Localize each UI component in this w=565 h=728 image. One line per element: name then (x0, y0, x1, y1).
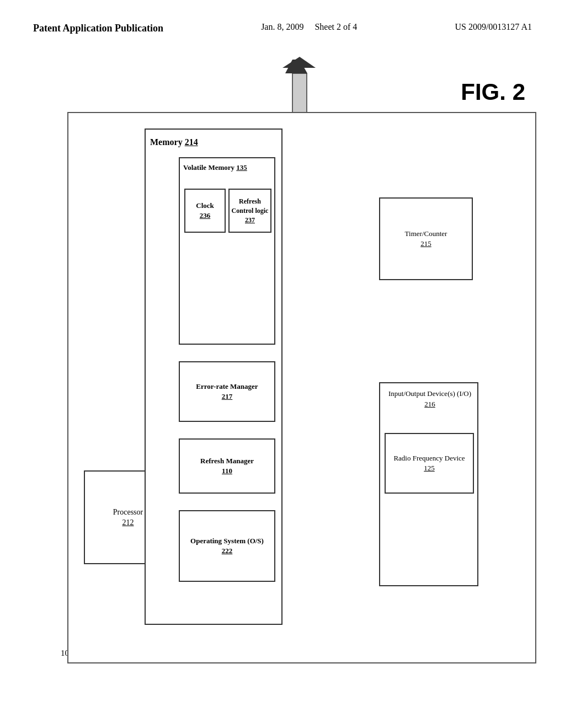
operating-system-box: Operating System (O/S) 222 (179, 510, 275, 582)
clock-label: Clock (196, 201, 214, 211)
error-rate-label: Error-rate Manager (196, 382, 258, 392)
header: Patent Application Publication Jan. 8, 2… (33, 22, 532, 40)
io-device-label: Input/Output Device(s) (I/O) (388, 389, 471, 398)
pub-date: Jan. 8, 2009 (261, 22, 303, 31)
header-center: Jan. 8, 2009 Sheet 2 of 4 (261, 22, 357, 32)
io-device-ref: 216 (424, 400, 435, 408)
clock-ref: 236 (200, 211, 211, 220)
volatile-memory-ref: 135 (236, 163, 247, 172)
radio-freq-box: Radio Frequency Device 125 (385, 433, 474, 494)
fig-label: FIG. 2 (461, 79, 525, 105)
publication-title: Patent Application Publication (33, 22, 163, 35)
error-rate-ref: 217 (222, 392, 233, 400)
radio-freq-label: Radio Frequency Device (393, 453, 465, 463)
refresh-control-label: Refresh Control logic (230, 197, 270, 216)
refresh-control-box: Refresh Control logic 237 (228, 189, 271, 233)
refresh-manager-ref: 110 (222, 467, 232, 475)
memory-label: Memory (150, 137, 183, 147)
timer-counter-label: Timer/Counter (405, 229, 447, 239)
timer-counter-box: Timer/Counter 215 (379, 197, 473, 280)
memory-outer-box: Memory 214 Volatile Memory 135 Clock 236 (145, 129, 282, 625)
memory-ref: 214 (185, 137, 198, 147)
operating-system-ref: 222 (222, 547, 233, 555)
operating-system-label: Operating System (O/S) (190, 536, 264, 546)
timer-counter-ref: 215 (420, 239, 431, 248)
refresh-manager-box: Refresh Manager 110 (179, 438, 275, 494)
refresh-control-ref: 237 (245, 216, 255, 224)
diagram: FIG. 2 Local Interface 218 Processor 212… (34, 57, 531, 691)
radio-freq-ref: 125 (424, 464, 435, 472)
sheet-info: Sheet 2 of 4 (315, 22, 357, 31)
svg-marker-2 (282, 57, 316, 68)
volatile-memory-box: Volatile Memory 135 Clock 236 Refresh Co… (179, 157, 275, 345)
refresh-manager-label: Refresh Manager (200, 456, 254, 466)
clock-box: Clock 236 (184, 189, 226, 233)
page: Patent Application Publication Jan. 8, 2… (0, 0, 565, 728)
io-device-box: Input/Output Device(s) (I/O) 216 Radio F… (379, 382, 478, 586)
processor-ref: 212 (122, 518, 134, 527)
processor-label: Processor (113, 507, 143, 518)
patent-number: US 2009/0013127 A1 (455, 22, 532, 32)
error-rate-box: Error-rate Manager 217 (179, 361, 275, 422)
svg-marker-1 (285, 60, 307, 73)
volatile-memory-label: Volatile Memory (183, 163, 234, 172)
